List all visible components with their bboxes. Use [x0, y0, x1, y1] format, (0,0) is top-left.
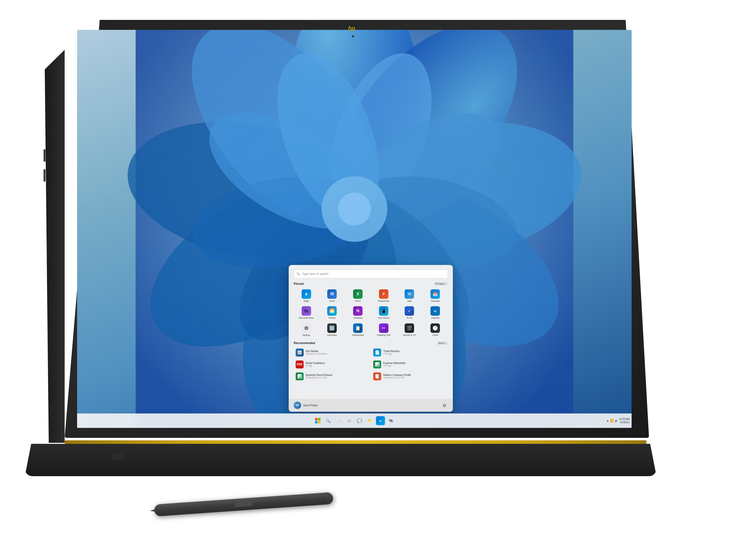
menu-footer: SP Sara Philips ⏻ — [289, 399, 453, 412]
taskbar-explorer[interactable]: 📁 — [366, 416, 374, 425]
app-edge-label: Edge — [304, 300, 309, 302]
app-photos-label: Photos — [328, 317, 336, 319]
volume-down-btn[interactable] — [44, 169, 46, 181]
app-ppt-label: PowerPoint — [378, 300, 390, 302]
pinned-grid-row2: 🛍 Microsoft Store 🌅 Photos N OneNote 📱 Y… — [294, 305, 448, 321]
app-whiteboard-label: Whiteboard — [352, 334, 364, 336]
app-yourphone-label: Your Phone — [378, 317, 390, 319]
taskbar-edge[interactable]: e — [376, 416, 385, 425]
app-linkedin[interactable]: in LinkedIn — [423, 305, 448, 321]
pinned-grid-row3: ⚙ Settings 🔢 Calculator 📋 Whiteboard ✂ S… — [294, 322, 448, 338]
start-button[interactable] — [313, 416, 322, 425]
app-snipping-label: Snipping Tool — [377, 334, 391, 337]
app-movies-label: Movies & TV — [403, 334, 416, 337]
app-calendar[interactable]: 📅 Calendar — [423, 287, 448, 304]
start-menu: 🔍 Type here to search Pinned All apps › … — [289, 265, 453, 412]
app-ppt[interactable]: P PowerPoint — [371, 287, 396, 304]
pinned-header: Pinned All apps › — [294, 282, 448, 286]
rec-travel-sub: 17m ago — [383, 353, 400, 355]
recommended-label: Recommended — [294, 341, 315, 345]
system-tray: ▲ 📶 🔊 10:30 AM 10/26/21 — [606, 417, 630, 424]
clock-display: 10:30 AM 10/26/21 — [619, 417, 630, 424]
avatar: SP — [294, 401, 301, 409]
app-snipping[interactable]: ✂ Snipping Tool — [371, 322, 396, 338]
taskbar-teams[interactable]: 💬 — [355, 416, 364, 425]
app-settings[interactable]: ⚙ Settings — [294, 322, 319, 338]
search-bar[interactable]: 🔍 Type here to search — [294, 270, 448, 278]
rec-brand[interactable]: PDF Brand Guidelines 2h ago — [294, 359, 370, 370]
app-word-label: Word — [329, 300, 335, 302]
rec-brand-sub: 2h ago — [306, 364, 325, 367]
pinned-grid-row1: e Edge W Word X Excel P PowerPoint ✉ M — [294, 287, 448, 304]
app-excel[interactable]: X Excel — [345, 287, 371, 304]
taskbar-store[interactable]: 🛍 — [386, 416, 395, 425]
recommended-header: Recommended More › — [294, 341, 448, 345]
app-photos[interactable]: 🌅 Photos — [319, 305, 345, 321]
rec-payroll-sub: Yesterday at 4:24 PM — [306, 376, 332, 379]
speaker-left — [45, 224, 50, 274]
recommended-grid: 🪟 Get Started Welcome to Windows 📄 Trave… — [294, 347, 448, 382]
rec-brand-title: Brand Guidelines — [306, 362, 325, 364]
app-todo-label: To Do — [407, 317, 412, 319]
taskbar-taskview[interactable]: ⬜ — [334, 416, 343, 425]
stylus-button[interactable] — [235, 502, 253, 507]
app-clock-label: Clock — [432, 334, 438, 336]
app-edge[interactable]: e Edge — [294, 287, 319, 304]
app-store-label: Microsoft Store — [299, 317, 314, 319]
app-onenote-label: OneNote — [353, 317, 362, 319]
volume-up-btn[interactable] — [44, 149, 46, 162]
rec-payroll-title: Quarterly Payroll Report — [306, 374, 332, 376]
rec-payroll[interactable]: 📊 Quarterly Payroll Report Yesterday at … — [294, 371, 370, 382]
pinned-label: Pinned — [294, 282, 304, 286]
app-clock[interactable]: 🕐 Clock — [423, 322, 448, 338]
app-calculator[interactable]: 🔢 Calculator — [319, 322, 345, 338]
all-apps-btn[interactable]: All apps › — [433, 282, 448, 286]
tray-icons: ▲ 📶 🔊 — [606, 419, 618, 422]
rec-travel-title: Travel Itinerary — [383, 350, 400, 353]
rec-adatum-sub: Yesterday at 3:15 PM — [383, 376, 411, 379]
app-word[interactable]: W Word — [319, 287, 345, 304]
taskbar: 🔍 ⬜ 📰 💬 📁 e 🛍 ▲ 📶 🔊 10:30 AM — [77, 414, 632, 428]
rec-travel[interactable]: 📄 Travel Itinerary 17m ago — [371, 347, 448, 358]
speaker-bottom — [112, 453, 123, 460]
svg-point-20 — [338, 193, 371, 225]
power-button[interactable]: ⏻ — [441, 402, 448, 409]
rec-expense[interactable]: 📊 Expense Worksheet 12h ago — [371, 359, 448, 370]
hinge-gold — [65, 440, 647, 444]
app-settings-label: Settings — [303, 334, 311, 336]
taskbar-widgets[interactable]: 📰 — [345, 416, 353, 425]
hp-logo: hp — [348, 25, 355, 32]
app-yourphone[interactable]: 📱 Your Phone — [371, 305, 396, 321]
app-whiteboard[interactable]: 📋 Whiteboard — [345, 322, 371, 338]
laptop-container: 🔍 Type here to search Pinned All apps › … — [0, 0, 746, 560]
app-mail-label: Mail — [407, 300, 411, 302]
svg-rect-24 — [318, 421, 320, 423]
search-icon: 🔍 — [296, 272, 300, 276]
user-name: Sara Philips — [303, 404, 318, 407]
rec-get-started[interactable]: 🪟 Get Started Welcome to Windows — [294, 347, 370, 358]
app-excel-label: Excel — [355, 300, 361, 302]
rec-adatum[interactable]: 📑 Adatum Company Profile Yesterday at 3:… — [371, 371, 448, 382]
taskbar-search[interactable]: 🔍 — [324, 416, 333, 425]
stylus-end — [327, 492, 334, 505]
rec-get-started-sub: Welcome to Windows — [306, 353, 327, 355]
screen-area: 🔍 Type here to search Pinned All apps › … — [77, 30, 632, 428]
app-onenote[interactable]: N OneNote — [345, 305, 371, 321]
stylus — [154, 492, 334, 516]
rec-get-started-title: Get Started — [306, 350, 327, 353]
app-movies[interactable]: 🎬 Movies & TV — [397, 322, 422, 338]
app-todo[interactable]: ✓ To Do — [397, 305, 422, 321]
rec-adatum-title: Adatum Company Profile — [383, 374, 411, 376]
app-store[interactable]: 🛍 Microsoft Store — [294, 305, 319, 321]
app-mail[interactable]: ✉ Mail — [397, 287, 422, 304]
rec-expense-title: Expense Worksheet — [383, 362, 405, 364]
search-placeholder: Type here to search — [302, 272, 328, 276]
svg-rect-23 — [315, 421, 318, 423]
app-linkedin-label: LinkedIn — [431, 317, 439, 319]
app-calendar-label: Calendar — [431, 300, 440, 302]
user-profile[interactable]: SP Sara Philips — [294, 401, 318, 409]
svg-rect-21 — [315, 418, 318, 420]
svg-rect-22 — [318, 418, 320, 420]
camera-dot — [352, 35, 354, 37]
more-btn[interactable]: More › — [437, 341, 448, 345]
